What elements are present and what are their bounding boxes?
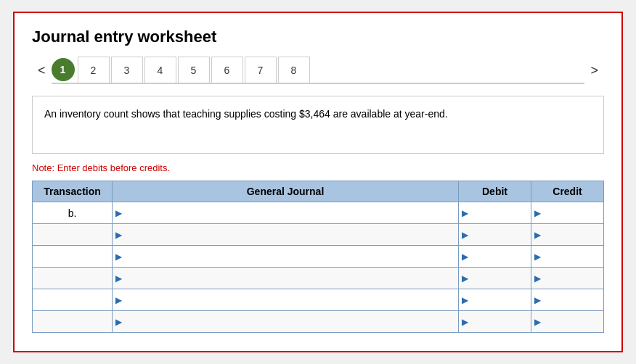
general-journal-cell-3[interactable]: ▶ [113, 246, 459, 268]
general-journal-input-3[interactable] [125, 247, 455, 267]
tab-1[interactable]: 1 [52, 58, 75, 81]
general-journal-input-2[interactable] [125, 225, 455, 245]
table-row: ▶ ▶ ▶ [33, 224, 604, 246]
table-row: ▶ ▶ ▶ [33, 289, 604, 311]
debit-cell-3[interactable]: ▶ [459, 246, 531, 268]
tab-5-label: 5 [191, 65, 197, 76]
tab-7[interactable]: 7 [245, 57, 277, 83]
arrow-icon-c2: ▶ [534, 230, 541, 240]
credit-cell-4[interactable]: ▶ [531, 268, 604, 289]
debit-cell-5[interactable]: ▶ [459, 289, 531, 311]
arrow-icon-gj4: ▶ [115, 273, 122, 284]
general-journal-input-6[interactable] [125, 312, 455, 332]
tab-8-label: 8 [291, 65, 297, 76]
debit-input-6[interactable] [471, 312, 528, 332]
credit-input-1[interactable] [544, 203, 600, 223]
arrow-icon-gj2: ▶ [115, 230, 122, 240]
general-journal-cell-2[interactable]: ▶ [113, 224, 459, 246]
debit-cell-2[interactable]: ▶ [459, 224, 531, 246]
tab-2-label: 2 [91, 65, 97, 76]
credit-input-2[interactable] [544, 225, 600, 245]
arrow-icon-c3: ▶ [534, 252, 541, 262]
table-row: ▶ ▶ ▶ [33, 246, 604, 268]
credit-cell-5[interactable]: ▶ [531, 289, 604, 311]
description-box: An inventory count shows that teaching s… [32, 96, 604, 154]
tab-1-label: 1 [60, 64, 66, 75]
header-debit: Debit [459, 181, 531, 202]
arrow-icon-gj5: ▶ [115, 295, 122, 305]
debit-input-4[interactable] [471, 268, 528, 289]
general-journal-input-1[interactable] [125, 203, 455, 223]
prev-arrow[interactable]: < [32, 63, 52, 78]
tab-4[interactable]: 4 [144, 57, 176, 83]
tab-2[interactable]: 2 [78, 57, 110, 83]
arrow-icon-c5: ▶ [534, 295, 541, 305]
table-row: ▶ ▶ ▶ [33, 311, 604, 333]
debit-cell-4[interactable]: ▶ [459, 268, 531, 289]
next-arrow[interactable]: > [584, 63, 604, 78]
arrow-icon-d4: ▶ [462, 273, 468, 284]
credit-cell-1[interactable]: ▶ [531, 202, 604, 224]
transaction-cell-5 [33, 289, 113, 311]
arrow-icon-c1: ▶ [534, 208, 541, 218]
page-title: Journal entry worksheet [32, 28, 604, 46]
tab-8[interactable]: 8 [278, 57, 310, 83]
table-row: ▶ ▶ ▶ [33, 268, 604, 289]
credit-input-3[interactable] [544, 247, 600, 267]
tab-3[interactable]: 3 [111, 57, 143, 83]
arrow-icon-d2: ▶ [462, 230, 468, 240]
general-journal-input-5[interactable] [125, 290, 455, 310]
credit-cell-2[interactable]: ▶ [531, 224, 604, 246]
tab-5[interactable]: 5 [178, 57, 210, 83]
debit-input-5[interactable] [471, 290, 528, 310]
arrow-icon-d3: ▶ [462, 252, 468, 262]
debit-input-2[interactable] [471, 225, 528, 245]
general-journal-cell-5[interactable]: ▶ [113, 289, 459, 311]
debit-input-1[interactable] [471, 203, 528, 223]
header-general-journal: General Journal [113, 181, 459, 202]
general-journal-cell-4[interactable]: ▶ [113, 268, 459, 289]
credit-input-6[interactable] [544, 312, 600, 332]
credit-cell-3[interactable]: ▶ [531, 246, 604, 268]
debit-input-3[interactable] [471, 247, 528, 267]
general-journal-cell-1[interactable]: ▶ [113, 202, 459, 224]
arrow-icon-gj1: ▶ [115, 208, 122, 218]
transaction-cell-1: b. [33, 202, 113, 224]
debit-cell-1[interactable]: ▶ [459, 202, 531, 224]
note-text: Note: Enter debits before credits. [32, 162, 604, 173]
general-journal-cell-6[interactable]: ▶ [113, 311, 459, 333]
arrow-icon-d6: ▶ [462, 317, 468, 327]
header-credit: Credit [531, 181, 604, 202]
arrow-icon-d5: ▶ [462, 295, 468, 305]
tab-6-label: 6 [224, 65, 230, 76]
journal-table: Transaction General Journal Debit Credit… [32, 181, 604, 333]
tab-3-label: 3 [124, 65, 130, 76]
credit-input-5[interactable] [544, 290, 600, 310]
arrow-icon-c4: ▶ [534, 273, 541, 284]
arrow-icon-gj3: ▶ [115, 252, 122, 262]
general-journal-input-4[interactable] [125, 268, 455, 289]
transaction-cell-6 [33, 311, 113, 333]
tabs-container: 1 2 3 4 5 6 7 8 [52, 57, 585, 84]
main-container: Journal entry worksheet < 1 2 3 4 5 6 7 [13, 12, 623, 352]
table-header-row: Transaction General Journal Debit Credit [33, 181, 604, 202]
nav-row: < 1 2 3 4 5 6 7 8 [32, 57, 604, 84]
transaction-cell-4 [33, 268, 113, 289]
arrow-icon-c6: ▶ [534, 317, 541, 327]
debit-cell-6[interactable]: ▶ [459, 311, 531, 333]
transaction-cell-2 [33, 224, 113, 246]
header-transaction: Transaction [33, 181, 113, 202]
arrow-icon-d1: ▶ [462, 208, 468, 218]
table-row: b. ▶ ▶ ▶ [33, 202, 604, 224]
tab-7-label: 7 [258, 65, 264, 76]
arrow-icon-gj6: ▶ [115, 317, 122, 327]
tab-6[interactable]: 6 [211, 57, 243, 83]
credit-input-4[interactable] [544, 268, 600, 289]
description-text: An inventory count shows that teaching s… [44, 108, 448, 120]
credit-cell-6[interactable]: ▶ [531, 311, 604, 333]
tab-4-label: 4 [158, 65, 163, 76]
transaction-cell-3 [33, 246, 113, 268]
